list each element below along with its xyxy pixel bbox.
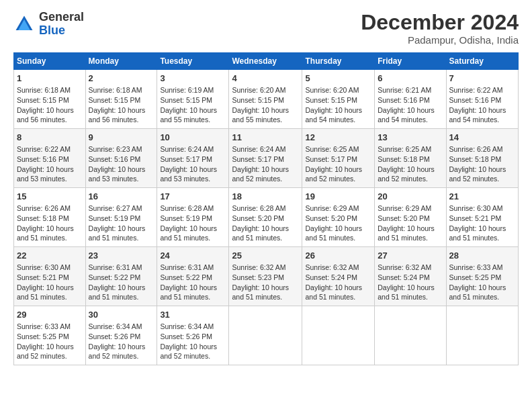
day-info-line: and 55 minutes. xyxy=(160,115,226,125)
day-info-line: and 51 minutes. xyxy=(89,233,154,243)
calendar-cell: 19Sunrise: 6:29 AMSunset: 5:20 PMDayligh… xyxy=(302,188,375,247)
day-info-line: Sunset: 5:24 PM xyxy=(378,273,443,283)
calendar-cell: 24Sunrise: 6:31 AMSunset: 5:22 PMDayligh… xyxy=(157,247,229,306)
day-info-line: Daylight: 10 hours xyxy=(449,224,515,234)
day-info-line: Sunrise: 6:28 AM xyxy=(232,203,299,214)
day-number: 10 xyxy=(160,132,226,144)
day-info-line: Sunrise: 6:28 AM xyxy=(160,203,226,214)
day-info-line: Sunset: 5:25 PM xyxy=(17,332,83,342)
day-info-line: Sunrise: 6:21 AM xyxy=(378,85,443,95)
calendar-cell: 28Sunrise: 6:33 AMSunset: 5:25 PMDayligh… xyxy=(446,247,518,306)
day-number: 12 xyxy=(305,132,371,144)
calendar-cell: 6Sunrise: 6:21 AMSunset: 5:16 PMDaylight… xyxy=(375,70,446,129)
day-number: 26 xyxy=(305,250,371,262)
calendar-cell: 1Sunrise: 6:18 AMSunset: 5:15 PMDaylight… xyxy=(14,70,86,129)
day-info-line: Daylight: 10 hours xyxy=(89,224,154,234)
day-info-line: Sunrise: 6:29 AM xyxy=(378,203,443,214)
day-info-line: Sunset: 5:16 PM xyxy=(449,95,515,105)
day-info-line: and 53 minutes. xyxy=(89,174,154,184)
calendar-cell: 31Sunrise: 6:34 AMSunset: 5:26 PMDayligh… xyxy=(157,306,229,365)
day-info-line: Sunrise: 6:30 AM xyxy=(17,263,83,273)
calendar-cell: 10Sunrise: 6:24 AMSunset: 5:17 PMDayligh… xyxy=(157,129,229,188)
day-number: 2 xyxy=(89,73,154,85)
day-info-line: Sunrise: 6:34 AM xyxy=(160,322,226,332)
day-info-line: and 52 minutes. xyxy=(378,174,443,184)
calendar-cell: 7Sunrise: 6:22 AMSunset: 5:16 PMDaylight… xyxy=(446,70,518,129)
day-info-line: Sunrise: 6:18 AM xyxy=(89,85,154,95)
day-info-line: Sunset: 5:17 PM xyxy=(160,154,226,165)
day-info-line: and 54 minutes. xyxy=(378,115,443,125)
day-info-line: and 55 minutes. xyxy=(232,115,299,125)
col-monday: Monday xyxy=(85,53,157,70)
calendar-cell: 15Sunrise: 6:26 AMSunset: 5:18 PMDayligh… xyxy=(14,188,86,247)
calendar-cell: 13Sunrise: 6:25 AMSunset: 5:18 PMDayligh… xyxy=(375,129,446,188)
day-info-line: Sunset: 5:19 PM xyxy=(89,214,154,224)
day-info-line: and 51 minutes. xyxy=(160,233,226,243)
calendar-cell: 29Sunrise: 6:33 AMSunset: 5:25 PMDayligh… xyxy=(14,306,86,365)
day-info-line: Sunrise: 6:25 AM xyxy=(305,144,371,154)
calendar-cell: 3Sunrise: 6:19 AMSunset: 5:15 PMDaylight… xyxy=(157,70,229,129)
calendar-cell: 5Sunrise: 6:20 AMSunset: 5:15 PMDaylight… xyxy=(302,70,375,129)
calendar-cell: 12Sunrise: 6:25 AMSunset: 5:17 PMDayligh… xyxy=(302,129,375,188)
calendar-cell: 8Sunrise: 6:22 AMSunset: 5:16 PMDaylight… xyxy=(14,129,86,188)
calendar-cell xyxy=(229,306,302,365)
calendar-cell: 22Sunrise: 6:30 AMSunset: 5:21 PMDayligh… xyxy=(14,247,86,306)
calendar-cell xyxy=(375,306,446,365)
day-info-line: Sunset: 5:22 PM xyxy=(89,273,154,283)
day-info-line: and 51 minutes. xyxy=(160,292,226,302)
day-number: 18 xyxy=(232,191,299,203)
month-title: December 2024 xyxy=(361,11,519,34)
calendar-cell: 14Sunrise: 6:26 AMSunset: 5:18 PMDayligh… xyxy=(446,129,518,188)
day-info-line: and 52 minutes. xyxy=(89,351,154,361)
calendar-cell: 2Sunrise: 6:18 AMSunset: 5:15 PMDaylight… xyxy=(85,70,157,129)
day-info-line: Sunrise: 6:19 AM xyxy=(160,85,226,95)
day-info-line: Daylight: 10 hours xyxy=(449,283,515,293)
day-info-line: Sunset: 5:15 PM xyxy=(232,95,299,105)
day-info-line: Daylight: 10 hours xyxy=(232,224,299,234)
day-number: 1 xyxy=(17,73,83,85)
day-info-line: Sunset: 5:15 PM xyxy=(305,95,371,105)
day-info-line: Sunrise: 6:29 AM xyxy=(305,203,371,214)
day-info-line: and 51 minutes. xyxy=(378,233,443,243)
day-info-line: Daylight: 10 hours xyxy=(305,283,371,293)
day-number: 4 xyxy=(232,73,299,85)
day-info-line: Sunset: 5:17 PM xyxy=(305,154,371,165)
day-info-line: Sunset: 5:20 PM xyxy=(378,214,443,224)
calendar-page: General Blue December 2024 Padampur, Odi… xyxy=(0,0,532,373)
day-number: 31 xyxy=(160,309,226,321)
day-info-line: Sunrise: 6:20 AM xyxy=(232,85,299,95)
day-number: 9 xyxy=(89,132,154,144)
day-number: 22 xyxy=(17,250,83,262)
day-info-line: Sunrise: 6:18 AM xyxy=(17,85,83,95)
day-info-line: Sunset: 5:24 PM xyxy=(305,273,371,283)
day-info-line: Sunset: 5:15 PM xyxy=(160,95,226,105)
day-info-line: Sunset: 5:16 PM xyxy=(378,95,443,105)
calendar-week-5: 29Sunrise: 6:33 AMSunset: 5:25 PMDayligh… xyxy=(14,306,519,365)
location: Padampur, Odisha, India xyxy=(361,34,519,46)
day-info-line: and 51 minutes. xyxy=(232,292,299,302)
day-info-line: and 51 minutes. xyxy=(449,233,515,243)
day-info-line: and 53 minutes. xyxy=(160,174,226,184)
day-number: 15 xyxy=(17,191,83,203)
col-saturday: Saturday xyxy=(446,53,518,70)
day-info-line: and 54 minutes. xyxy=(449,115,515,125)
calendar-week-1: 1Sunrise: 6:18 AMSunset: 5:15 PMDaylight… xyxy=(14,70,519,129)
day-number: 11 xyxy=(232,132,299,144)
calendar-cell: 26Sunrise: 6:32 AMSunset: 5:24 PMDayligh… xyxy=(302,247,375,306)
day-info-line: Sunset: 5:26 PM xyxy=(160,332,226,342)
day-number: 29 xyxy=(17,309,83,321)
col-friday: Friday xyxy=(375,53,446,70)
day-info-line: Daylight: 10 hours xyxy=(17,105,83,116)
day-info-line: Sunrise: 6:34 AM xyxy=(89,322,154,332)
day-info-line: Daylight: 10 hours xyxy=(17,342,83,352)
calendar-cell: 17Sunrise: 6:28 AMSunset: 5:19 PMDayligh… xyxy=(157,188,229,247)
weekday-row: Sunday Monday Tuesday Wednesday Thursday… xyxy=(14,53,519,70)
day-info-line: Sunrise: 6:26 AM xyxy=(449,144,515,154)
day-info-line: Daylight: 10 hours xyxy=(305,165,371,175)
day-info-line: Sunset: 5:18 PM xyxy=(449,154,515,165)
day-info-line: Sunset: 5:23 PM xyxy=(232,273,299,283)
calendar-cell: 16Sunrise: 6:27 AMSunset: 5:19 PMDayligh… xyxy=(85,188,157,247)
day-info-line: Sunrise: 6:33 AM xyxy=(449,263,515,273)
calendar-week-3: 15Sunrise: 6:26 AMSunset: 5:18 PMDayligh… xyxy=(14,188,519,247)
day-info-line: Daylight: 10 hours xyxy=(378,283,443,293)
